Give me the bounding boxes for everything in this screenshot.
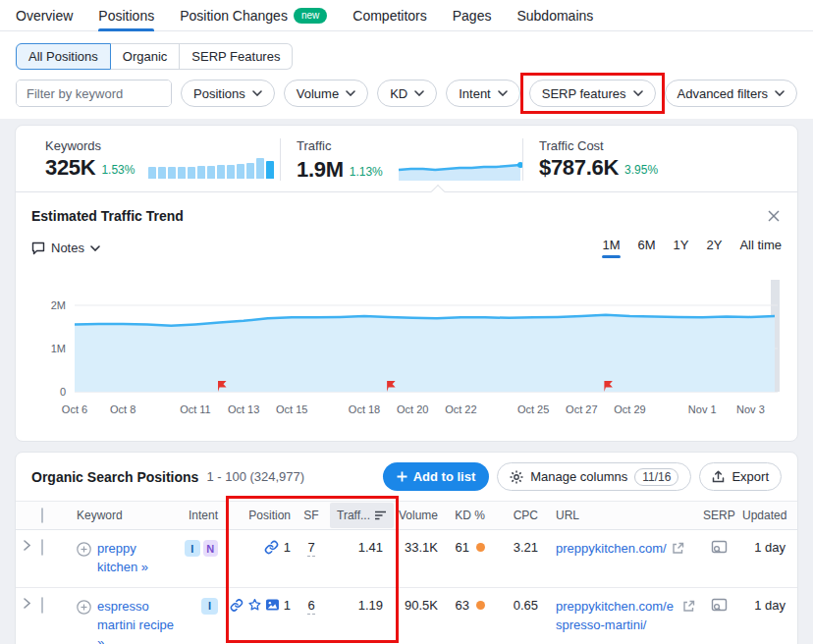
- search-input[interactable]: [17, 80, 172, 106]
- range-6m[interactable]: 6M: [638, 238, 656, 258]
- manage-columns-button[interactable]: Manage columns 11/16: [497, 462, 691, 491]
- table-header-row: Keyword Intent Position SF Traff... Volu…: [16, 501, 797, 530]
- range-2y[interactable]: 2Y: [706, 238, 722, 258]
- stats-row: Keywords 325K 1.53% Traffic 1.9M 1.13% T…: [16, 126, 797, 191]
- svg-text:Oct 25: Oct 25: [517, 403, 549, 415]
- intent-badge-navigational: N: [203, 540, 219, 557]
- gear-icon: [510, 470, 523, 484]
- header-traffic[interactable]: Traff...: [326, 503, 387, 528]
- header-intent[interactable]: Intent: [181, 509, 226, 522]
- updated-value: 1 day: [738, 540, 793, 555]
- nav-pages[interactable]: Pages: [453, 0, 492, 30]
- url-link[interactable]: preppykitchen.com/: [556, 540, 667, 559]
- chevron-down-icon: [90, 245, 100, 251]
- header-url[interactable]: URL: [542, 509, 699, 522]
- add-keyword-icon[interactable]: [77, 542, 91, 557]
- kd-difficulty-dot: [476, 543, 485, 552]
- header-keyword[interactable]: Keyword: [63, 509, 181, 522]
- updated-value: 1 day: [738, 598, 793, 613]
- intent-badge-informational: I: [201, 598, 218, 615]
- chevron-down-icon: [346, 90, 355, 96]
- close-icon[interactable]: [766, 208, 782, 224]
- nav-subdomains[interactable]: Subdomains: [516, 0, 593, 30]
- svg-text:1M: 1M: [51, 343, 66, 354]
- svg-text:Oct 20: Oct 20: [397, 403, 428, 415]
- nav-position-changes[interactable]: Position Changes new: [180, 0, 327, 30]
- sf-count[interactable]: 6: [307, 598, 314, 615]
- header-serp[interactable]: SERP: [699, 509, 738, 522]
- filter-positions[interactable]: Positions: [181, 80, 275, 107]
- filter-intent[interactable]: Intent: [446, 80, 520, 107]
- stat-keywords: Keywords 325K 1.53%: [16, 138, 281, 181]
- position-type-tabs: All Positions Organic SERP Features: [0, 31, 813, 70]
- tab-all-positions[interactable]: All Positions: [16, 43, 111, 70]
- add-to-list-button[interactable]: Add to list: [383, 462, 490, 491]
- tab-organic[interactable]: Organic: [111, 43, 181, 70]
- export-button[interactable]: Export: [699, 462, 782, 491]
- svg-text:Oct 6: Oct 6: [62, 403, 87, 415]
- serp-preview-icon[interactable]: [711, 598, 728, 613]
- header: Overview Positions Position Changes new …: [0, 0, 813, 119]
- svg-text:Oct 13: Oct 13: [228, 403, 259, 415]
- nav-competitors[interactable]: Competitors: [352, 0, 426, 30]
- svg-text:Oct 8: Oct 8: [110, 403, 136, 415]
- traffic-change: 1.13%: [350, 165, 383, 179]
- header-volume[interactable]: Volume: [387, 509, 442, 522]
- volume-value: 90.5K: [387, 598, 442, 613]
- new-badge: new: [294, 8, 327, 24]
- svg-text:Oct 15: Oct 15: [276, 403, 307, 415]
- external-link-icon[interactable]: [682, 600, 695, 613]
- expand-chevron-icon[interactable]: [24, 598, 30, 609]
- filter-serp-features[interactable]: SERP features: [529, 80, 656, 107]
- serp-preview-icon[interactable]: [711, 540, 728, 555]
- main-content: Keywords 325K 1.53% Traffic 1.9M 1.13% T…: [0, 119, 813, 644]
- filter-advanced[interactable]: Advanced filters: [665, 80, 798, 107]
- filter-volume[interactable]: Volume: [284, 80, 368, 107]
- range-1y[interactable]: 1Y: [674, 238, 689, 258]
- header-cpc[interactable]: CPC: [495, 509, 542, 522]
- top-nav: Overview Positions Position Changes new …: [0, 0, 813, 31]
- external-link-icon[interactable]: [672, 542, 684, 555]
- kd-value: 61: [456, 540, 469, 555]
- time-range-switch: 1M 6M 1Y 2Y All time: [602, 238, 782, 258]
- traffic-cost-value: $787.6K: [539, 157, 619, 179]
- overview-card: Keywords 325K 1.53% Traffic 1.9M 1.13% T…: [15, 125, 798, 442]
- cpc-value: 3.21: [495, 540, 542, 555]
- link-icon: [264, 540, 279, 555]
- stat-traffic: Traffic 1.9M 1.13%: [281, 138, 523, 181]
- expand-chevron-icon[interactable]: [24, 540, 30, 551]
- url-link[interactable]: preppykitchen.com/espresso-martini/: [556, 598, 678, 635]
- add-keyword-icon[interactable]: [77, 600, 91, 615]
- range-1m[interactable]: 1M: [602, 238, 620, 258]
- filter-kd[interactable]: KD: [377, 80, 437, 107]
- table-range: 1 - 100 (324,977): [206, 469, 304, 484]
- select-all-checkbox[interactable]: [41, 508, 43, 523]
- traffic-pct: 1.41: [326, 540, 387, 555]
- nav-overview[interactable]: Overview: [16, 0, 73, 30]
- row-checkbox[interactable]: [41, 539, 43, 556]
- svg-text:Nov 3: Nov 3: [736, 403, 765, 415]
- chevron-down-icon: [498, 90, 508, 96]
- traffic-value: 1.9M: [297, 159, 344, 181]
- notes-dropdown[interactable]: Notes: [31, 241, 100, 255]
- plus-icon: [397, 471, 407, 482]
- note-bubble-icon: [31, 242, 45, 255]
- chevron-down-icon: [252, 90, 262, 96]
- row-checkbox[interactable]: [41, 597, 43, 614]
- range-all[interactable]: All time: [739, 238, 782, 258]
- header-sf[interactable]: SF: [297, 509, 326, 522]
- header-position[interactable]: Position: [226, 509, 297, 522]
- filter-bar: Positions Volume KD Intent SERP features…: [0, 70, 813, 107]
- header-kd[interactable]: KD %: [442, 509, 495, 522]
- keyword-link[interactable]: preppy kitchen: [97, 540, 177, 577]
- position-value: 1: [284, 540, 291, 555]
- nav-positions[interactable]: Positions: [98, 0, 154, 30]
- svg-text:Oct 18: Oct 18: [349, 403, 380, 415]
- chevron-down-icon: [775, 90, 785, 96]
- tab-serp-features[interactable]: SERP Features: [180, 43, 293, 70]
- traffic-sparkline: [397, 157, 522, 181]
- sf-count[interactable]: 7: [307, 540, 314, 557]
- keyword-link[interactable]: espresso martini recipe: [97, 598, 177, 644]
- columns-count: 11/16: [634, 468, 678, 486]
- header-updated[interactable]: Updated: [738, 509, 793, 522]
